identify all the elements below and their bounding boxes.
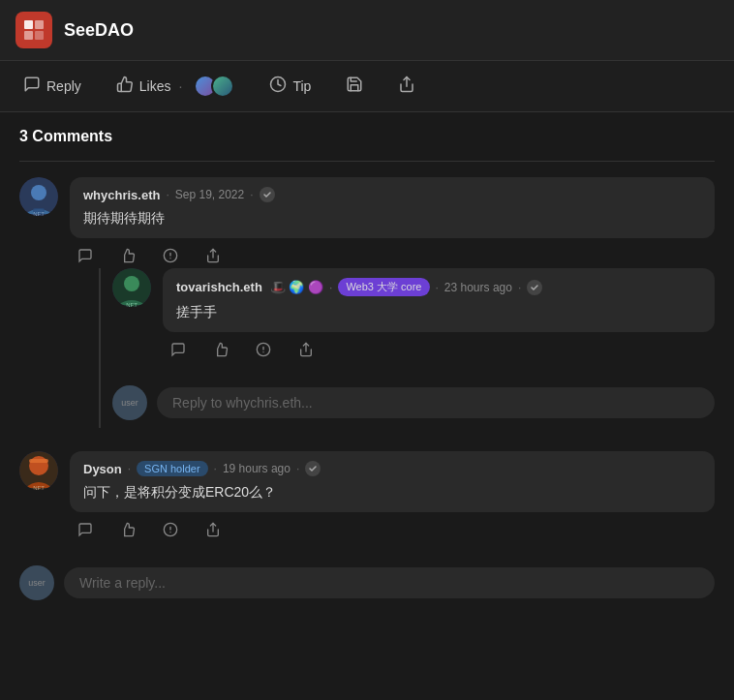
share-icon: [398, 76, 415, 97]
comment-2-emoji-badges: 🎩 🌍 🟣: [270, 280, 323, 294]
reply-button[interactable]: Reply: [15, 72, 89, 101]
comment-2-bubble: tovarishch.eth 🎩 🌍 🟣 · Web3 大学 core · 23…: [163, 268, 715, 332]
comment-1-text: 期待期待期待: [83, 208, 701, 228]
comment-2-actions: [163, 340, 715, 362]
comment-item-3: NFT Dyson · SGN holder · 19 hours ago ·: [19, 451, 715, 542]
comment-2-time: 23 hours ago: [444, 281, 512, 294]
comment-3-badge: SGN holder: [137, 461, 207, 476]
comment-3-author: Dyson: [83, 462, 122, 476]
svg-point-7: [31, 185, 46, 200]
comment-1-time: Sep 19, 2022: [175, 188, 244, 201]
share-button[interactable]: [390, 72, 423, 101]
comment-2-verify: [527, 280, 542, 295]
svg-rect-0: [24, 20, 33, 29]
nested-thread: NFT tovarishch.eth 🎩 🌍 🟣 · Web3 大学 core: [99, 268, 715, 428]
comments-count: 3 Comments: [19, 128, 715, 145]
comment-1-tip-btn[interactable]: [159, 246, 182, 268]
comment-2-content: tovarishch.eth 🎩 🌍 🟣 · Web3 大学 core · 23…: [163, 268, 715, 362]
comment-3-text: 问下，是将积分变成ERC20么？: [83, 482, 701, 502]
comment-item-1: NFT whychris.eth · Sep 19, 2022 ·: [19, 177, 715, 436]
svg-rect-1: [35, 20, 44, 29]
comment-2-author: tovarishch.eth: [176, 280, 262, 294]
reply-input-area-1: user: [112, 378, 715, 428]
comment-2-meta: tovarishch.eth 🎩 🌍 🟣 · Web3 大学 core · 23…: [176, 278, 701, 296]
write-reply-input[interactable]: [64, 567, 715, 598]
comment-3-reply-btn[interactable]: [74, 520, 97, 542]
divider: [19, 161, 715, 162]
svg-rect-2: [24, 31, 33, 40]
svg-text:NFT: NFT: [33, 211, 45, 216]
comment-2-reply-btn[interactable]: [167, 340, 190, 362]
comment-3-content: Dyson · SGN holder · 19 hours ago · 问下，是…: [70, 451, 715, 542]
comment-2-text: 搓手手: [176, 302, 701, 322]
comment-1-verify: [260, 187, 275, 202]
svg-point-14: [124, 276, 139, 291]
save-icon: [346, 76, 363, 97]
reply-to-whychris-input[interactable]: [157, 387, 715, 418]
avatar-tovarishch: NFT: [112, 268, 151, 307]
comment-1-bubble: whychris.eth · Sep 19, 2022 · 期待期待期待: [70, 177, 715, 238]
app-logo: [15, 12, 52, 48]
comments-section: 3 Comments NFT whychris.eth · Sep 19, 20…: [0, 112, 734, 624]
comment-2-badge: Web3 大学 core: [338, 278, 429, 296]
tip-icon: [269, 76, 287, 97]
comment-1-share-btn[interactable]: [201, 246, 225, 268]
comment-3-time: 19 hours ago: [223, 462, 291, 475]
write-reply-area: user: [19, 558, 715, 608]
comment-2-tip-btn[interactable]: [252, 340, 275, 362]
svg-text:NFT: NFT: [33, 485, 45, 490]
avatar-dyson: NFT: [19, 451, 58, 490]
svg-rect-3: [35, 31, 44, 40]
reply-avatar-1: user: [112, 385, 147, 420]
app-header: SeeDAO: [0, 0, 734, 61]
comment-3-bubble: Dyson · SGN holder · 19 hours ago · 问下，是…: [70, 451, 715, 512]
comment-3-share-btn[interactable]: [201, 520, 225, 542]
write-reply-avatar: user: [19, 565, 54, 600]
tip-button[interactable]: Tip: [261, 72, 319, 101]
comment-1-reply-btn[interactable]: [74, 246, 97, 268]
comment-3-actions: [70, 520, 715, 542]
avatar-whychris: NFT: [19, 177, 58, 216]
comment-item-2: NFT tovarishch.eth 🎩 🌍 🟣 · Web3 大学 core: [112, 268, 715, 362]
comment-1-author: whychris.eth: [83, 188, 160, 202]
comment-3-meta: Dyson · SGN holder · 19 hours ago ·: [83, 461, 701, 476]
likes-icon: [116, 76, 134, 97]
comment-3-verify: [305, 461, 321, 476]
action-bar: Reply Likes · Tip: [0, 61, 734, 112]
likes-avatar-2: [211, 75, 234, 98]
svg-text:NFT: NFT: [126, 302, 138, 307]
likes-avatars: [194, 75, 234, 98]
comment-1-actions: [70, 246, 715, 268]
comment-1-like-btn[interactable]: [116, 246, 139, 268]
svg-rect-21: [29, 459, 48, 463]
comment-1-meta: whychris.eth · Sep 19, 2022 ·: [83, 187, 701, 202]
save-button[interactable]: [338, 72, 371, 101]
app-title: SeeDAO: [64, 20, 134, 41]
reply-icon: [23, 76, 41, 97]
comment-1-content: whychris.eth · Sep 19, 2022 · 期待期待期待: [70, 177, 715, 436]
comment-3-like-btn[interactable]: [116, 520, 139, 542]
comment-2-like-btn[interactable]: [209, 340, 232, 362]
comment-3-tip-btn[interactable]: [159, 520, 182, 542]
likes-button[interactable]: Likes ·: [108, 71, 243, 102]
comment-2-share-btn[interactable]: [294, 340, 318, 362]
